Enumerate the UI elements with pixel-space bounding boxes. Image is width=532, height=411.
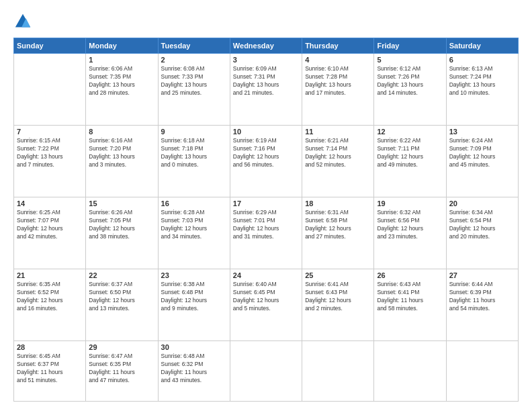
calendar-cell: 23Sunrise: 6:38 AM Sunset: 6:48 PM Dayli…	[158, 269, 230, 341]
day-info: Sunrise: 6:19 AM Sunset: 7:16 PM Dayligh…	[233, 137, 299, 169]
day-info: Sunrise: 6:16 AM Sunset: 7:20 PM Dayligh…	[89, 137, 154, 169]
day-number: 6	[449, 56, 515, 64]
day-number: 4	[305, 56, 371, 64]
day-number: 2	[161, 56, 227, 64]
day-info: Sunrise: 6:41 AM Sunset: 6:43 PM Dayligh…	[305, 281, 371, 313]
calendar-cell: 22Sunrise: 6:37 AM Sunset: 6:50 PM Dayli…	[86, 269, 158, 341]
calendar-cell: 6Sunrise: 6:13 AM Sunset: 7:24 PM Daylig…	[446, 54, 518, 126]
day-info: Sunrise: 6:47 AM Sunset: 6:35 PM Dayligh…	[89, 353, 154, 385]
calendar-cell: 24Sunrise: 6:40 AM Sunset: 6:45 PM Dayli…	[230, 269, 302, 341]
calendar-cell: 2Sunrise: 6:08 AM Sunset: 7:33 PM Daylig…	[158, 54, 230, 126]
day-number: 9	[161, 128, 227, 136]
calendar-cell: 1Sunrise: 6:06 AM Sunset: 7:35 PM Daylig…	[86, 54, 158, 126]
day-number: 28	[17, 343, 83, 351]
calendar-week-4: 28Sunrise: 6:45 AM Sunset: 6:37 PM Dayli…	[14, 341, 519, 402]
day-number: 26	[377, 271, 443, 279]
calendar-cell: 7Sunrise: 6:15 AM Sunset: 7:22 PM Daylig…	[14, 126, 86, 197]
calendar-header-row: SundayMondayTuesdayWednesdayThursdayFrid…	[14, 38, 519, 54]
header	[13, 12, 519, 31]
calendar-table: SundayMondayTuesdayWednesdayThursdayFrid…	[13, 38, 519, 402]
day-info: Sunrise: 6:06 AM Sunset: 7:35 PM Dayligh…	[89, 65, 154, 97]
calendar-week-3: 21Sunrise: 6:35 AM Sunset: 6:52 PM Dayli…	[14, 269, 519, 341]
calendar-cell: 9Sunrise: 6:18 AM Sunset: 7:18 PM Daylig…	[158, 126, 230, 197]
day-info: Sunrise: 6:21 AM Sunset: 7:14 PM Dayligh…	[305, 137, 371, 169]
calendar-cell	[302, 341, 374, 402]
day-info: Sunrise: 6:40 AM Sunset: 6:45 PM Dayligh…	[233, 281, 299, 313]
day-number: 24	[233, 271, 299, 279]
day-info: Sunrise: 6:37 AM Sunset: 6:50 PM Dayligh…	[89, 281, 154, 313]
logo	[13, 12, 35, 31]
calendar-cell: 30Sunrise: 6:48 AM Sunset: 6:32 PM Dayli…	[158, 341, 230, 402]
calendar-cell: 10Sunrise: 6:19 AM Sunset: 7:16 PM Dayli…	[230, 126, 302, 197]
calendar-cell: 12Sunrise: 6:22 AM Sunset: 7:11 PM Dayli…	[374, 126, 446, 197]
day-number: 18	[305, 199, 371, 208]
calendar-cell: 15Sunrise: 6:26 AM Sunset: 7:05 PM Dayli…	[86, 197, 158, 269]
day-number: 13	[449, 128, 515, 136]
day-number: 14	[17, 199, 83, 208]
day-header-saturday: Saturday	[446, 38, 518, 54]
day-number: 15	[89, 199, 154, 208]
calendar-cell: 21Sunrise: 6:35 AM Sunset: 6:52 PM Dayli…	[14, 269, 86, 341]
calendar-cell: 27Sunrise: 6:44 AM Sunset: 6:39 PM Dayli…	[446, 269, 518, 341]
day-number: 20	[449, 199, 515, 208]
day-info: Sunrise: 6:10 AM Sunset: 7:28 PM Dayligh…	[305, 65, 371, 97]
calendar-cell: 17Sunrise: 6:29 AM Sunset: 7:01 PM Dayli…	[230, 197, 302, 269]
day-number: 7	[17, 128, 83, 136]
calendar-week-1: 7Sunrise: 6:15 AM Sunset: 7:22 PM Daylig…	[14, 126, 519, 197]
day-number: 11	[305, 128, 371, 136]
calendar-cell: 14Sunrise: 6:25 AM Sunset: 7:07 PM Dayli…	[14, 197, 86, 269]
calendar-cell	[446, 341, 518, 402]
calendar-week-2: 14Sunrise: 6:25 AM Sunset: 7:07 PM Dayli…	[14, 197, 519, 269]
day-info: Sunrise: 6:09 AM Sunset: 7:31 PM Dayligh…	[233, 65, 299, 97]
day-number: 25	[305, 271, 371, 279]
day-number: 29	[89, 343, 154, 351]
day-number: 12	[377, 128, 443, 136]
day-number: 22	[89, 271, 154, 279]
day-info: Sunrise: 6:13 AM Sunset: 7:24 PM Dayligh…	[449, 65, 515, 97]
day-info: Sunrise: 6:32 AM Sunset: 6:56 PM Dayligh…	[377, 209, 443, 241]
calendar-cell: 16Sunrise: 6:28 AM Sunset: 7:03 PM Dayli…	[158, 197, 230, 269]
day-info: Sunrise: 6:38 AM Sunset: 6:48 PM Dayligh…	[161, 281, 227, 313]
calendar-cell: 28Sunrise: 6:45 AM Sunset: 6:37 PM Dayli…	[14, 341, 86, 402]
page: SundayMondayTuesdayWednesdayThursdayFrid…	[0, 0, 532, 411]
calendar-cell: 5Sunrise: 6:12 AM Sunset: 7:26 PM Daylig…	[374, 54, 446, 126]
day-info: Sunrise: 6:28 AM Sunset: 7:03 PM Dayligh…	[161, 209, 227, 241]
calendar-cell: 3Sunrise: 6:09 AM Sunset: 7:31 PM Daylig…	[230, 54, 302, 126]
calendar-cell	[14, 54, 86, 126]
calendar-cell: 20Sunrise: 6:34 AM Sunset: 6:54 PM Dayli…	[446, 197, 518, 269]
day-info: Sunrise: 6:34 AM Sunset: 6:54 PM Dayligh…	[449, 209, 515, 241]
day-number: 17	[233, 199, 299, 208]
calendar-cell: 26Sunrise: 6:43 AM Sunset: 6:41 PM Dayli…	[374, 269, 446, 341]
day-number: 8	[89, 128, 154, 136]
day-header-tuesday: Tuesday	[158, 38, 230, 54]
day-number: 3	[233, 56, 299, 64]
calendar-cell: 4Sunrise: 6:10 AM Sunset: 7:28 PM Daylig…	[302, 54, 374, 126]
day-info: Sunrise: 6:31 AM Sunset: 6:58 PM Dayligh…	[305, 209, 371, 241]
day-info: Sunrise: 6:12 AM Sunset: 7:26 PM Dayligh…	[377, 65, 443, 97]
day-number: 30	[161, 343, 227, 351]
day-number: 19	[377, 199, 443, 208]
calendar-cell: 11Sunrise: 6:21 AM Sunset: 7:14 PM Dayli…	[302, 126, 374, 197]
day-info: Sunrise: 6:26 AM Sunset: 7:05 PM Dayligh…	[89, 209, 154, 241]
day-number: 21	[17, 271, 83, 279]
day-info: Sunrise: 6:18 AM Sunset: 7:18 PM Dayligh…	[161, 137, 227, 169]
logo-icon	[13, 12, 32, 31]
day-info: Sunrise: 6:08 AM Sunset: 7:33 PM Dayligh…	[161, 65, 227, 97]
day-number: 10	[233, 128, 299, 136]
day-info: Sunrise: 6:44 AM Sunset: 6:39 PM Dayligh…	[449, 281, 515, 313]
calendar-cell	[374, 341, 446, 402]
day-info: Sunrise: 6:15 AM Sunset: 7:22 PM Dayligh…	[17, 137, 83, 169]
day-info: Sunrise: 6:25 AM Sunset: 7:07 PM Dayligh…	[17, 209, 83, 241]
calendar-cell: 13Sunrise: 6:24 AM Sunset: 7:09 PM Dayli…	[446, 126, 518, 197]
calendar-cell	[230, 341, 302, 402]
day-info: Sunrise: 6:45 AM Sunset: 6:37 PM Dayligh…	[17, 353, 83, 385]
day-header-friday: Friday	[374, 38, 446, 54]
calendar-cell: 25Sunrise: 6:41 AM Sunset: 6:43 PM Dayli…	[302, 269, 374, 341]
day-info: Sunrise: 6:35 AM Sunset: 6:52 PM Dayligh…	[17, 281, 83, 313]
day-info: Sunrise: 6:24 AM Sunset: 7:09 PM Dayligh…	[449, 137, 515, 169]
calendar-week-0: 1Sunrise: 6:06 AM Sunset: 7:35 PM Daylig…	[14, 54, 519, 126]
calendar-cell: 18Sunrise: 6:31 AM Sunset: 6:58 PM Dayli…	[302, 197, 374, 269]
calendar-cell: 29Sunrise: 6:47 AM Sunset: 6:35 PM Dayli…	[86, 341, 158, 402]
day-header-thursday: Thursday	[302, 38, 374, 54]
day-number: 23	[161, 271, 227, 279]
